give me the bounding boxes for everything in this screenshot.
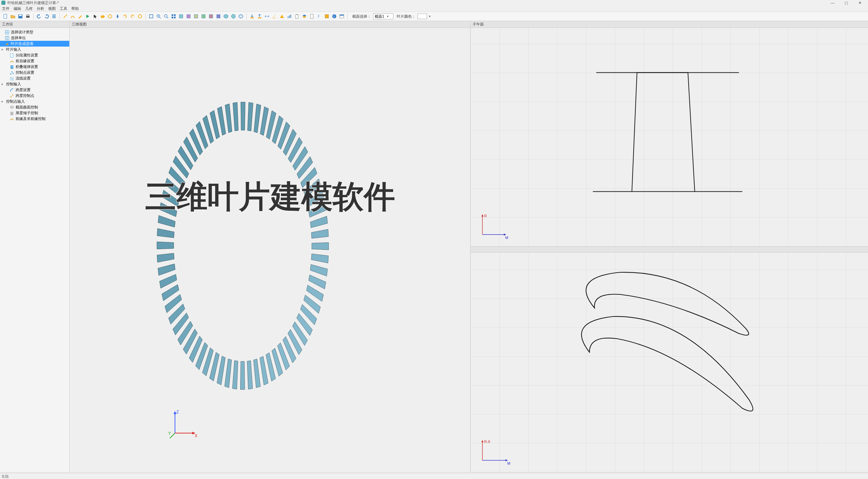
view-front-button[interactable] [178, 13, 184, 20]
svg-rect-0 [4, 14, 7, 18]
menu-tools[interactable]: 工具 [60, 6, 67, 11]
svg-rect-33 [288, 16, 288, 18]
tree-item-thickness-ctrl[interactable]: 厚度倾子控制 [0, 110, 69, 116]
dimension-button[interactable] [264, 13, 270, 20]
section-canvas[interactable]: R-θ M [471, 253, 868, 472]
window-title: 叶轮机械三维叶片建模正计算-* [7, 0, 59, 5]
italic-button[interactable]: I [316, 13, 323, 20]
svg-rect-23 [209, 15, 213, 18]
status-coord: 0,0) [2, 474, 8, 478]
doc-button[interactable] [308, 13, 315, 20]
menu-analysis[interactable]: 分析 [37, 6, 44, 11]
tree-item-section-surface[interactable]: 截面曲面控制 [0, 104, 69, 110]
svg-rect-61 [11, 113, 14, 114]
angle-button[interactable] [271, 13, 278, 20]
tree-item-streamline[interactable]: 流线设置 [0, 75, 69, 81]
view-bottom-button[interactable] [215, 13, 222, 20]
svg-text:Z: Z [176, 410, 179, 414]
svg-rect-51 [11, 53, 13, 57]
zoom-fit-button[interactable] [148, 13, 155, 20]
book-button[interactable] [323, 13, 330, 20]
svg-point-56 [11, 71, 13, 72]
workspace-title: 工作区 [0, 21, 69, 28]
redo-button[interactable] [43, 13, 50, 20]
zoom-out-button[interactable] [163, 13, 170, 20]
layers-button[interactable] [301, 13, 308, 20]
window-button[interactable] [338, 13, 345, 20]
triangle-button[interactable] [279, 13, 285, 20]
save-file-button[interactable] [17, 13, 24, 20]
workspace-sidebar: 工作区 选择设计类型 选择单位 叶片生成选项 ▾叶片输入 分段属性设置 前后缘设… [0, 21, 70, 472]
view-wire-button[interactable] [237, 13, 244, 20]
svg-rect-48 [5, 36, 9, 40]
maximize-button[interactable]: ▢ [839, 0, 853, 5]
line-tool[interactable] [62, 13, 69, 20]
tree-item-span-ctrlpt[interactable]: 跨度控制点 [0, 93, 69, 99]
tree-item-segment-props[interactable]: 分段属性设置 [0, 52, 69, 58]
view-top-button[interactable] [208, 13, 214, 20]
tree-item-span-settings[interactable]: 跨度设置 [0, 87, 69, 93]
tree-group-blade-input[interactable]: ▾叶片输入 [0, 47, 69, 52]
new-file-button[interactable] [2, 13, 9, 20]
view-left-button[interactable] [193, 13, 199, 20]
tree-group-control-input[interactable]: ▾控制输入 [0, 81, 69, 87]
close-button[interactable]: ✕ [853, 0, 867, 5]
tree-item-ctrlpt-settings[interactable]: 控制点设置 [0, 70, 69, 75]
cycle-tool[interactable] [137, 13, 143, 20]
edit-tool[interactable] [77, 13, 84, 20]
curve-tool[interactable] [69, 13, 76, 20]
svg-rect-37 [296, 14, 298, 15]
tree-item-stack-settings[interactable]: 积叠规律设置 [0, 64, 69, 70]
pointer-tool[interactable] [92, 13, 99, 20]
svg-rect-2 [19, 15, 22, 16]
cloud-tool[interactable] [99, 13, 106, 20]
menu-geometry[interactable]: 几何 [25, 6, 33, 11]
view-back-button[interactable] [185, 13, 192, 20]
open-file-button[interactable] [10, 13, 16, 20]
main-toolbar: + I i 截面选择： 截面1▼ 叶片颜色： ▼ [0, 12, 868, 21]
tree-item-units[interactable]: 选择单位 [0, 35, 69, 41]
svg-rect-18 [174, 17, 176, 18]
export-button[interactable] [256, 13, 263, 20]
meridian-canvas[interactable]: R M [471, 28, 868, 246]
tree-item-edge-settings[interactable]: 前后缘设置 [0, 58, 69, 64]
menu-file[interactable]: 文件 [2, 6, 10, 11]
menu-help[interactable]: 帮助 [71, 6, 79, 11]
print-button[interactable] [24, 13, 31, 20]
chart-button[interactable] [286, 13, 293, 20]
view-right-button[interactable] [200, 13, 207, 20]
view-iso-button[interactable] [223, 13, 229, 20]
svg-rect-34 [289, 15, 290, 18]
view-sphere-button[interactable] [230, 13, 237, 20]
svg-rect-28 [250, 17, 254, 18]
menu-edit[interactable]: 编辑 [14, 6, 21, 11]
list-button[interactable] [51, 13, 57, 20]
drop-tool[interactable] [114, 13, 121, 20]
section-select-label: 截面选择： [352, 14, 371, 19]
zoom-in-button[interactable]: + [155, 13, 162, 20]
info-button[interactable]: i [331, 13, 338, 20]
rotate-cw-tool[interactable] [129, 13, 136, 20]
svg-rect-4 [27, 15, 29, 16]
svg-rect-29 [258, 17, 261, 18]
tree-group-ctrlpt-input[interactable]: ▾控制点输入 [0, 99, 69, 104]
run-tool[interactable] [84, 13, 91, 20]
section-select-dropdown[interactable]: 截面1▼ [373, 13, 393, 19]
grid4-button[interactable] [170, 13, 177, 20]
blade-color-swatch[interactable] [418, 14, 427, 19]
import-button[interactable] [249, 13, 255, 20]
minimize-button[interactable]: — [826, 0, 839, 5]
view3d-canvas[interactable]: Z X Y 三维叶片建模软件 [70, 28, 470, 472]
tree-item-le-ctrl[interactable]: 前缘及非前缘控制 [0, 116, 69, 122]
clipboard-button[interactable] [294, 13, 300, 20]
tree-item-blade-gen-options[interactable]: 叶片生成选项 [0, 41, 69, 47]
gear-tool[interactable] [107, 13, 113, 20]
menu-view[interactable]: 视图 [48, 6, 56, 11]
workspace-tree[interactable]: 选择设计类型 选择单位 叶片生成选项 ▾叶片输入 分段属性设置 前后缘设置 积叠… [0, 28, 69, 472]
tree-item-design-type[interactable]: 选择设计类型 [0, 29, 69, 35]
svg-rect-54 [11, 68, 14, 69]
title-bar: 叶轮机械三维叶片建模正计算-* — ▢ ✕ [0, 0, 868, 5]
undo-button[interactable] [36, 13, 42, 20]
rotate-ccw-tool[interactable] [122, 13, 128, 20]
svg-text:M: M [507, 461, 510, 465]
